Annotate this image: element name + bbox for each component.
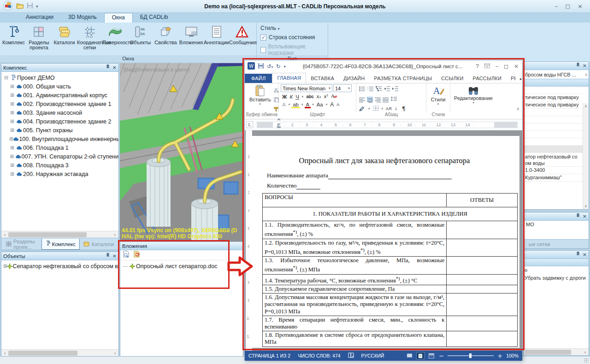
word-qat-dropdown-icon[interactable]: ▾ (284, 65, 286, 69)
pin-icon[interactable] (576, 62, 580, 70)
dock-tab-Разделы проек...[interactable]: Разделы проек... (2, 239, 41, 250)
tree-item[interactable]: ⊞000. Общая часть (3, 82, 118, 91)
style-dropdown[interactable]: Стиль ▾ (260, 25, 324, 31)
app-tab-Окна[interactable]: Окна (104, 13, 133, 23)
word-tab-РАССЫЛКИ[interactable]: РАССЫЛКИ (468, 74, 506, 83)
page-indicator[interactable]: СТРАНИЦА 1 ИЗ 2 (248, 353, 290, 358)
numbering-icon[interactable]: 12 (367, 85, 373, 93)
shrink-font-button[interactable]: А (335, 101, 341, 108)
word-tab-ГЛАВНАЯ[interactable]: ГЛАВНАЯ (272, 73, 306, 83)
tree-item[interactable]: ⊞008. Площадка 3 (3, 161, 118, 170)
font-color-button[interactable]: А (305, 101, 311, 108)
status-bar-checkbox[interactable]: ✓ Строка состояния (260, 34, 324, 41)
answer-cell[interactable] (447, 285, 518, 294)
font-size-combo[interactable]: 14▾ (333, 84, 352, 92)
collapse-ribbon-icon[interactable]: ∧ (516, 106, 519, 111)
increase-indent-icon[interactable] (392, 85, 398, 93)
tooltips-checkbox[interactable]: Всплывающие подсказки (260, 43, 324, 56)
close-icon[interactable]: × (583, 212, 587, 221)
answer-cell[interactable] (447, 331, 518, 346)
document-area[interactable]: 1234567891011 Опросный лист для заказа н… (245, 130, 522, 351)
answer-cell[interactable] (447, 221, 518, 239)
answer-cell[interactable] (447, 257, 518, 275)
copy-icon[interactable] (274, 96, 279, 104)
property-row[interactable]: тическое под приварку (524, 101, 583, 109)
bold-button[interactable]: Ж (281, 93, 288, 100)
tree-item[interactable]: ⊞003. Здание насосной (3, 108, 118, 117)
property-row[interactable] (524, 116, 583, 123)
app-minimize-button[interactable]: – (555, 3, 558, 10)
tree-item[interactable]: ⊞005. Пункт охраны (3, 126, 118, 135)
word-tab-ВСТАВКА[interactable]: ВСТАВКА (306, 74, 339, 83)
app-tab-3D Модель[interactable]: 3D Модель (61, 13, 104, 23)
strikethrough-button[interactable]: abc (305, 93, 315, 100)
preview-document-icon[interactable] (123, 251, 130, 259)
align-right-icon[interactable] (375, 97, 381, 102)
word-tab-ДИЗАЙН[interactable]: ДИЗАЙН (339, 74, 369, 83)
tree-item[interactable]: ⊞004. Производственное здание 2 (3, 117, 118, 126)
horizontal-ruler[interactable]: L 1·2·3·4·5·6·7·8·9·10·11·12·13·14· (245, 119, 522, 130)
tab-selector[interactable]: L (246, 121, 253, 128)
app-logo-icon[interactable] (3, 0, 13, 12)
objects-hscrollbar[interactable]: ‹› (1, 349, 118, 356)
word-tab-ФАЙЛ[interactable]: ФАЙЛ (245, 74, 272, 83)
word-tab-РАЗМЕТКА СТРАНИЦЫ[interactable]: РАЗМЕТКА СТРАНИЦЫ (369, 74, 437, 83)
tab-overflow-icon[interactable]: ▸ (515, 75, 527, 83)
qat-dropdown-icon[interactable]: ▾ (36, 4, 38, 9)
bullets-icon[interactable] (359, 85, 365, 93)
property-row[interactable]: 1.0-3400 (524, 167, 583, 174)
object-item[interactable]: ⊞ Сепаратор нефтегазовый со сбросом вод (3, 262, 118, 270)
answer-cell[interactable] (447, 239, 518, 257)
web-layout-icon[interactable] (428, 352, 435, 359)
property-row[interactable]: Курганхиммаш" (524, 174, 583, 182)
expand-icon[interactable]: ⊞ (9, 128, 15, 133)
resize-grip[interactable] (584, 358, 589, 363)
sync-attachment-icon[interactable] (133, 251, 141, 259)
expand-icon[interactable]: ⊞ (9, 84, 15, 89)
open-icon[interactable] (16, 2, 24, 11)
attachment-item[interactable]: — Опросный лист сепаратор.doc (122, 262, 243, 270)
borders-icon[interactable] (373, 105, 379, 113)
subscript-button[interactable]: x₂ (315, 93, 323, 100)
answer-cell[interactable] (447, 294, 518, 316)
tree-item[interactable]: ⊞007. УПН. Сепараторы 2-ой ступени (3, 152, 118, 161)
expander-icon[interactable]: ⊞ (3, 264, 7, 269)
ribbon-button-Разделы проекта[interactable]: Разделы проекта (26, 24, 52, 50)
save-icon[interactable] (27, 2, 33, 11)
zoom-slider[interactable] (448, 355, 494, 356)
task-item[interactable]: Убрать задвижку с дороги (524, 275, 589, 283)
zoom-level[interactable]: 100% (506, 353, 519, 358)
zoom-in-button[interactable]: + (497, 352, 502, 359)
answer-cell[interactable] (447, 274, 518, 285)
ribbon-button-Каталоги[interactable]: Каталоги (52, 24, 77, 45)
expand-icon[interactable]: ⊞ (9, 163, 15, 168)
expand-icon[interactable]: ⊞ (9, 171, 15, 176)
pin-icon[interactable] (106, 252, 110, 260)
undo-icon[interactable]: ↺▾ (267, 63, 273, 70)
property-row[interactable]: атор нефтегазовый со ом воды (524, 153, 583, 167)
indent-markers[interactable] (277, 118, 281, 127)
shading-icon[interactable] (359, 105, 366, 113)
dock-tab-Каталоги[interactable]: Каталоги (80, 239, 118, 250)
expand-icon[interactable]: ⊞ (9, 154, 15, 159)
expand-icon[interactable]: ⊞ (9, 145, 15, 150)
app-tab-Аннотации[interactable]: Аннотации (18, 13, 61, 23)
answer-cell[interactable] (447, 316, 518, 331)
read-mode-icon[interactable] (406, 352, 413, 359)
ribbon-button-Вложения[interactable]: Вложения (178, 24, 204, 45)
properties-scrollbar[interactable]: ∧ ∨ (583, 103, 589, 209)
close-icon[interactable]: × (112, 64, 117, 72)
expand-icon[interactable]: ⊞ (9, 93, 15, 98)
property-row[interactable] (524, 138, 583, 146)
underline-button[interactable]: Ч (294, 93, 301, 100)
close-icon[interactable]: × (112, 252, 117, 260)
decrease-indent-icon[interactable] (384, 85, 390, 93)
complex-hscrollbar[interactable]: ‹› (1, 231, 118, 238)
tree-item[interactable]: ⊞100. Внутриплощадочные инженерны (3, 135, 118, 143)
line-spacing-icon[interactable] (390, 95, 397, 103)
language-indicator[interactable]: РУССКИЙ (361, 353, 384, 358)
word-save-icon[interactable] (258, 63, 264, 70)
app-close-button[interactable]: × (578, 3, 583, 10)
property-row[interactable]: тическое под приварку (524, 94, 583, 101)
expand-icon[interactable]: ⊞ (9, 101, 15, 106)
